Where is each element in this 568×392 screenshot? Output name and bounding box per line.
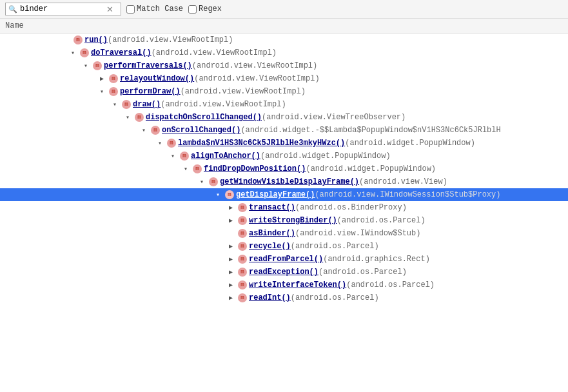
tree-row[interactable]: ▾mperformDraw() (android.view.ViewRootIm… [0,85,568,98]
class-name: (android.view.ViewRootImpl) [161,100,286,109]
column-header: Name [0,19,568,34]
expand-arrow-icon[interactable]: ▾ [216,191,225,199]
expand-arrow-icon[interactable]: ▾ [184,165,193,173]
class-name: (android.widget.PopupWindow) [260,152,391,161]
method-name[interactable]: readException() [249,268,318,277]
tree-row[interactable]: ▾mdispatchOnScrollChanged() (android.vie… [0,111,568,124]
expand-arrow-icon[interactable]: ▶ [229,255,238,263]
class-name: (android.view.IWindowSession$Stub$Proxy) [315,190,500,199]
regex-checkbox-label[interactable]: Regex [188,5,222,14]
tree-row[interactable]: ▾mdraw() (android.view.ViewRootImpl) [0,98,568,111]
tree-row[interactable]: ▾mdoTraversal() (android.view.ViewRootIm… [0,46,568,59]
class-name: (android.view.ViewTreeObserver) [262,113,406,122]
expand-arrow-icon[interactable]: ▾ [113,101,122,108]
method-name[interactable]: recycle() [249,242,291,251]
method-name[interactable]: relayoutWindow() [120,74,194,83]
class-name: (android.os.BinderProxy) [295,203,407,212]
method-name[interactable]: findDropDownPosition() [204,164,306,173]
regex-checkbox[interactable] [188,5,197,14]
tree-row[interactable]: ▶mwriteInterfaceToken() (android.os.Parc… [0,279,568,291]
expand-arrow-icon[interactable]: ▾ [71,49,80,57]
class-name: (android.os.Parcel) [291,242,379,251]
method-badge: m [209,177,218,186]
method-name[interactable]: transact() [249,203,295,212]
method-badge: m [167,139,176,148]
tree-row[interactable]: masBinder() (android.view.IWindow$Stub) [0,227,568,240]
tree-row[interactable]: ▶mrelayoutWindow() (android.view.ViewRoo… [0,72,568,85]
class-name: (android.graphics.Rect) [323,255,430,264]
class-name: (android.view.View) [359,177,447,186]
class-name: (android.view.ViewRootImpl) [181,87,306,96]
method-name[interactable]: readFromParcel() [249,255,323,264]
expand-arrow-icon[interactable]: ▾ [158,139,167,147]
method-name[interactable]: lambda$nV1HS3Nc6Ck5JRlblHe3mkyHWzc() [178,139,345,148]
expand-arrow-icon[interactable]: ▶ [100,75,109,83]
tree-row[interactable]: mrun() (android.view.ViewRootImpl) [0,34,568,46]
method-name[interactable]: getWindowVisibleDisplayFrame() [220,177,359,186]
method-name[interactable]: run() [84,35,108,44]
method-name[interactable]: alignToAnchor() [191,152,260,161]
class-name: (android.os.Parcel) [291,293,379,302]
class-name: (android.view.ViewRootImpl) [194,74,319,83]
method-badge: m [238,216,247,225]
method-name[interactable]: performTraversals() [104,61,192,70]
class-name: (android.os.Parcel) [337,216,426,225]
method-name[interactable]: asBinder() [249,229,295,238]
expand-arrow-icon[interactable]: ▾ [142,126,151,134]
method-name[interactable]: getDisplayFrame() [236,190,315,199]
class-name: (android.view.IWindow$Stub) [295,229,420,238]
match-case-label: Match Case [137,5,183,14]
method-name[interactable]: onScrollChanged() [162,126,240,135]
expand-arrow-icon[interactable]: ▶ [229,204,238,211]
expand-arrow-icon[interactable]: ▶ [229,281,238,289]
expand-arrow-icon[interactable]: ▾ [200,178,209,186]
tree-row[interactable]: ▶mreadException() (android.os.Parcel) [0,266,568,279]
method-name[interactable]: writeInterfaceToken() [249,280,346,289]
tree-row[interactable]: ▶mreadFromParcel() (android.graphics.Rec… [0,253,568,266]
name-column-label: Name [5,21,24,30]
search-icon: 🔍 [8,5,17,14]
clear-search-button[interactable]: ✕ [106,5,113,14]
method-name[interactable]: draw() [133,100,161,109]
tree-row[interactable]: ▾mperformTraversals() (android.view.View… [0,59,568,72]
tree-row[interactable]: ▾mfindDropDownPosition() (android.widget… [0,162,568,175]
tree-row[interactable]: ▾malignToAnchor() (android.widget.PopupW… [0,150,568,162]
expand-arrow-icon[interactable]: ▾ [100,88,109,95]
search-input[interactable] [20,5,104,14]
class-name: (android.os.Parcel) [346,280,435,289]
search-box: 🔍 ✕ [5,3,121,15]
expand-arrow-icon[interactable]: ▾ [84,62,93,70]
tree-row[interactable]: ▾mlambda$nV1HS3Nc6Ck5JRlblHe3mkyHWzc() (… [0,137,568,150]
expand-arrow-icon[interactable]: ▾ [171,152,180,160]
method-name[interactable]: performDraw() [120,87,181,96]
method-badge: m [238,255,247,264]
method-badge: m [193,164,202,173]
match-case-checkbox[interactable] [126,5,135,14]
expand-arrow-icon[interactable]: ▶ [229,294,238,302]
tree-row[interactable]: ▾monScrollChanged() (android.widget.-$$L… [0,124,568,137]
tree-row[interactable]: ▾mgetWindowVisibleDisplayFrame() (androi… [0,175,568,188]
expand-arrow-icon[interactable]: ▶ [229,268,238,276]
tree-row[interactable]: ▶mreadInt() (android.os.Parcel) [0,291,568,304]
method-badge: m [238,229,247,238]
method-name[interactable]: dispatchOnScrollChanged() [146,113,262,122]
method-name[interactable]: readInt() [249,293,291,302]
tree-row[interactable]: ▶mwriteStrongBinder() (android.os.Parcel… [0,214,568,227]
class-name: (android.widget.PopupWindow) [306,164,436,173]
expand-arrow-icon[interactable]: ▾ [126,113,135,121]
class-name: (android.view.ViewRootImpl) [108,35,233,44]
method-name[interactable]: writeStrongBinder() [249,216,337,225]
tree-area[interactable]: mrun() (android.view.ViewRootImpl)▾mdoTr… [0,34,568,377]
expand-arrow-icon[interactable]: ▶ [229,242,238,250]
expand-arrow-icon[interactable]: ▶ [229,217,238,224]
tree-row[interactable]: ▶mtransact() (android.os.BinderProxy) [0,201,568,214]
method-badge: m [80,48,89,57]
match-case-checkbox-label[interactable]: Match Case [126,5,183,14]
tree-row[interactable]: ▶mrecycle() (android.os.Parcel) [0,240,568,253]
tree-row[interactable]: ▾mgetDisplayFrame() (android.view.IWindo… [0,188,568,201]
method-badge: m [151,126,160,135]
class-name: (android.view.ViewRootImpl) [192,61,317,70]
toolbar: 🔍 ✕ Match Case Regex [0,0,568,19]
class-name: (android.widget.-$$Lambda$PopupWindow$nV… [240,126,500,135]
method-name[interactable]: doTraversal() [91,48,152,57]
